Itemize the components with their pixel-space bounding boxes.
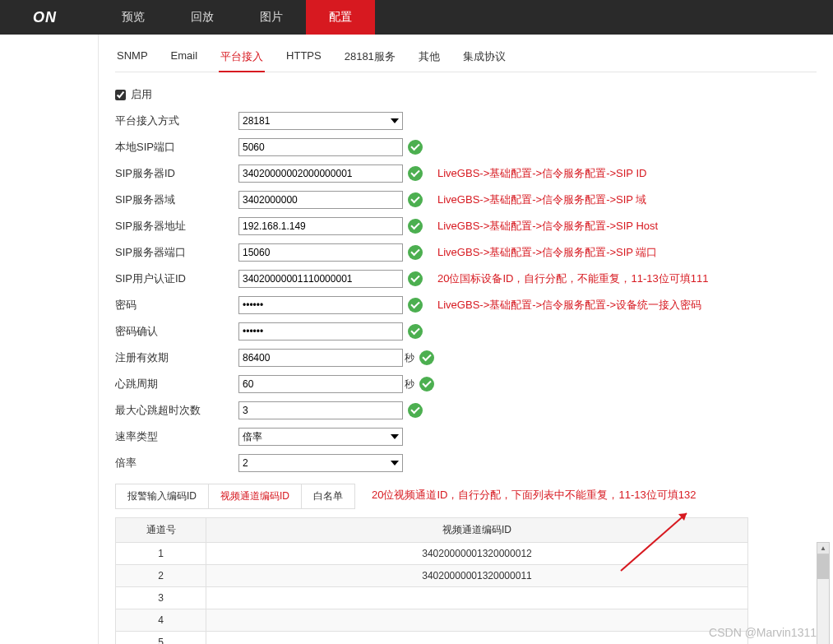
label-multiplier: 倍率 [115, 456, 238, 470]
tab-snmp[interactable]: SNMP [115, 43, 150, 72]
input-sip-server-addr[interactable] [238, 217, 403, 235]
tab-video-channel-id[interactable]: 视频通道编码ID [209, 484, 302, 508]
tab-https[interactable]: HTTPS [285, 43, 323, 72]
nav-preview[interactable]: 预览 [99, 0, 168, 35]
nav-playback[interactable]: 回放 [168, 0, 237, 35]
input-sip-server-domain[interactable] [238, 191, 403, 209]
channel-table-wrap: 通道号 视频通道编码ID 134020000001320000012 23402… [115, 517, 817, 644]
top-nav: 预览 回放 图片 配置 [99, 0, 375, 35]
check-icon [408, 140, 423, 155]
enable-label: 启用 [131, 87, 152, 102]
tab-alarm-input-id[interactable]: 报警输入编码ID [116, 484, 209, 508]
input-heartbeat[interactable] [238, 375, 403, 393]
select-multiplier[interactable]: 2 [238, 454, 403, 472]
input-sip-user-auth-id[interactable] [238, 270, 403, 288]
check-icon [408, 192, 423, 207]
table-row[interactable]: 234020000001320000011 [116, 565, 748, 587]
scroll-thumb[interactable] [817, 554, 829, 579]
scroll-up-icon[interactable]: ▲ [817, 543, 829, 554]
check-icon [408, 219, 423, 234]
input-reg-valid[interactable] [238, 349, 403, 367]
tab-28181[interactable]: 28181服务 [343, 43, 397, 72]
top-navbar: ON 预览 回放 图片 配置 [0, 0, 833, 35]
input-local-sip-port[interactable] [238, 138, 403, 156]
check-icon [408, 324, 423, 339]
config-subtabs: SNMP Email 平台接入 HTTPS 28181服务 其他 集成协议 [115, 35, 817, 72]
label-sip-server-port: SIP服务器端口 [115, 245, 238, 260]
check-icon [408, 166, 423, 181]
enable-checkbox[interactable] [115, 90, 126, 100]
label-heartbeat: 心跳周期 [115, 377, 238, 391]
check-icon [408, 271, 423, 286]
channel-tabs: 报警输入编码ID 视频通道编码ID 白名单 [115, 484, 355, 509]
label-password: 密码 [115, 298, 238, 313]
unit-seconds: 秒 [405, 378, 414, 391]
label-sip-user-auth-id: SIP用户认证ID [115, 271, 238, 286]
label-max-hb-timeout: 最大心跳超时次数 [115, 403, 238, 418]
tab-whitelist[interactable]: 白名单 [302, 484, 354, 508]
label-sip-server-domain: SIP服务器域 [115, 192, 238, 207]
nav-picture[interactable]: 图片 [237, 0, 306, 35]
tab-email[interactable]: Email [169, 43, 200, 72]
check-icon [408, 245, 423, 260]
check-icon [419, 350, 434, 365]
input-sip-server-port[interactable] [238, 243, 403, 262]
annotation-sip-server-domain: LiveGBS->基础配置->信令服务配置->SIP 域 [437, 192, 646, 207]
unit-seconds: 秒 [405, 351, 414, 365]
input-sip-server-id[interactable] [238, 164, 403, 183]
tab-integration[interactable]: 集成协议 [461, 43, 507, 72]
watermark: CSDN @Marvin1311 [709, 626, 817, 639]
annotation-sip-user-auth-id: 20位国标设备ID，自行分配，不能重复，11-13位可填111 [437, 271, 708, 286]
label-sip-server-id: SIP服务器ID [115, 166, 238, 181]
th-channel-id: 视频通道编码ID [206, 518, 748, 543]
input-password-confirm[interactable] [238, 322, 403, 341]
annotation-sip-server-port: LiveGBS->基础配置->信令服务配置->SIP 端口 [437, 245, 657, 260]
table-row[interactable]: 4 [116, 609, 748, 632]
table-row[interactable]: 5 [116, 632, 748, 645]
table-row[interactable]: 3 [116, 587, 748, 609]
select-platform-mode[interactable]: 28181 [238, 112, 403, 130]
th-channel-no: 通道号 [116, 518, 206, 543]
tab-platform-access[interactable]: 平台接入 [219, 43, 265, 72]
label-sip-server-addr: SIP服务器地址 [115, 219, 238, 234]
check-icon [408, 403, 423, 418]
input-max-hb-timeout[interactable] [238, 401, 403, 419]
channel-table: 通道号 视频通道编码ID 134020000001320000012 23402… [115, 517, 748, 644]
nav-config[interactable]: 配置 [306, 0, 375, 35]
table-row[interactable]: 134020000001320000012 [116, 543, 748, 565]
label-reg-valid: 注册有效期 [115, 350, 238, 365]
select-speed-type[interactable]: 倍率 [238, 428, 403, 446]
check-icon [408, 298, 423, 313]
scrollbar[interactable]: ▲ [817, 542, 830, 644]
label-speed-type: 速率类型 [115, 429, 238, 444]
sidebar [0, 35, 99, 644]
check-icon [419, 377, 434, 391]
logo: ON [0, 9, 99, 26]
annotation-password: LiveGBS->基础配置->信令服务配置->设备统一接入密码 [437, 298, 701, 313]
label-local-sip-port: 本地SIP端口 [115, 140, 238, 155]
label-password-confirm: 密码确认 [115, 324, 238, 339]
label-platform-mode: 平台接入方式 [115, 114, 238, 128]
input-password[interactable] [238, 296, 403, 314]
annotation-sip-server-id: LiveGBS->基础配置->信令服务配置->SIP ID [437, 166, 646, 181]
main-panel: SNMP Email 平台接入 HTTPS 28181服务 其他 集成协议 启用… [99, 35, 833, 644]
annotation-channel-tab: 20位视频通道ID，自行分配，下面列表中不能重复，11-13位可填132 [372, 488, 696, 503]
tab-other[interactable]: 其他 [417, 43, 442, 72]
annotation-sip-server-addr: LiveGBS->基础配置->信令服务配置->SIP Host [437, 219, 658, 234]
